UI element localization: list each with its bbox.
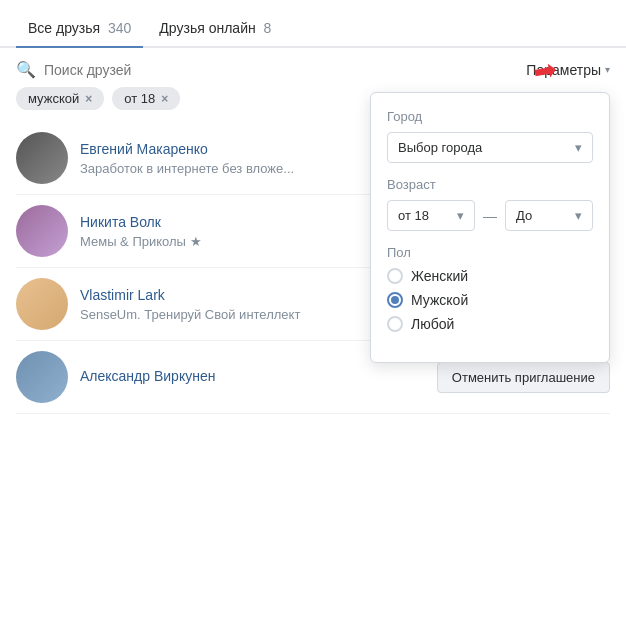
age-to-select[interactable]: До ▾	[505, 200, 593, 231]
age-row: от 18 ▾ — До ▾	[387, 200, 593, 231]
gender-female-label: Женский	[411, 268, 468, 284]
gender-any-radio[interactable]	[387, 316, 403, 332]
dropdown-gender-section: Пол Женский Мужской Любой	[387, 245, 593, 332]
filter-tag-gender-label: мужской	[28, 91, 79, 106]
avatar-4	[16, 351, 68, 403]
filter-tag-gender: мужской ×	[16, 87, 104, 110]
tab-online-friends[interactable]: Друзья онлайн 8	[147, 12, 283, 46]
city-chevron-icon: ▾	[575, 140, 582, 155]
dropdown-panel: Город Выбор города ▾ Возраст от 18 ▾ — Д…	[370, 92, 610, 363]
page-container: Все друзья 340 Друзья онлайн 8 🔍 Парамет…	[0, 0, 626, 414]
dropdown-city-section: Город Выбор города ▾	[387, 109, 593, 163]
search-input[interactable]	[44, 62, 526, 78]
tabs-bar: Все друзья 340 Друзья онлайн 8	[0, 0, 626, 48]
filter-tag-age-label: от 18	[124, 91, 155, 106]
dropdown-age-label: Возраст	[387, 177, 593, 192]
friend-action-4: Отменить приглашение	[437, 362, 610, 393]
params-label: Параметры	[526, 62, 601, 78]
search-bar: 🔍 Параметры ▾	[0, 48, 626, 87]
chevron-down-icon: ▾	[605, 64, 610, 75]
params-button[interactable]: Параметры ▾	[526, 62, 610, 78]
avatar-3	[16, 278, 68, 330]
filter-tag-age: от 18 ×	[112, 87, 180, 110]
filter-tag-age-close[interactable]: ×	[161, 92, 168, 106]
city-select[interactable]: Выбор города ▾	[387, 132, 593, 163]
age-to-value: До	[516, 208, 532, 223]
tab-online-friends-count: 8	[264, 20, 272, 36]
friend-status-3: SenseUm. Тренируй Свой интеллект	[80, 307, 300, 322]
friend-status-1: Заработок в интернете без вложе...	[80, 161, 294, 176]
dropdown-age-section: Возраст от 18 ▾ — До ▾	[387, 177, 593, 231]
gender-any-label: Любой	[411, 316, 454, 332]
age-from-chevron-icon: ▾	[457, 208, 464, 223]
search-wrapper: 🔍	[16, 60, 526, 79]
gender-male-label: Мужской	[411, 292, 468, 308]
tab-online-friends-label: Друзья онлайн	[159, 20, 255, 36]
tab-all-friends-label: Все друзья	[28, 20, 100, 36]
age-to-chevron-icon: ▾	[575, 208, 582, 223]
friend-status-2: Мемы & Приколы ★	[80, 234, 202, 249]
gender-female-radio[interactable]	[387, 268, 403, 284]
avatar-2	[16, 205, 68, 257]
age-from-value: от 18	[398, 208, 429, 223]
tab-all-friends-count: 340	[108, 20, 131, 36]
avatar-1	[16, 132, 68, 184]
gender-male-radio[interactable]	[387, 292, 403, 308]
age-dash: —	[483, 208, 497, 224]
dropdown-city-label: Город	[387, 109, 593, 124]
cancel-invite-button-4[interactable]: Отменить приглашение	[437, 362, 610, 393]
search-icon: 🔍	[16, 60, 36, 79]
friend-info-4: Александр Виркунен	[80, 368, 425, 387]
gender-any-option[interactable]: Любой	[387, 316, 593, 332]
city-select-value: Выбор города	[398, 140, 482, 155]
gender-female-option[interactable]: Женский	[387, 268, 593, 284]
gender-radio-group: Женский Мужской Любой	[387, 268, 593, 332]
gender-male-option[interactable]: Мужской	[387, 292, 593, 308]
filter-tag-gender-close[interactable]: ×	[85, 92, 92, 106]
age-from-select[interactable]: от 18 ▾	[387, 200, 475, 231]
tab-all-friends[interactable]: Все друзья 340	[16, 12, 143, 46]
dropdown-gender-label: Пол	[387, 245, 593, 260]
friend-name-4[interactable]: Александр Виркунен	[80, 368, 425, 384]
